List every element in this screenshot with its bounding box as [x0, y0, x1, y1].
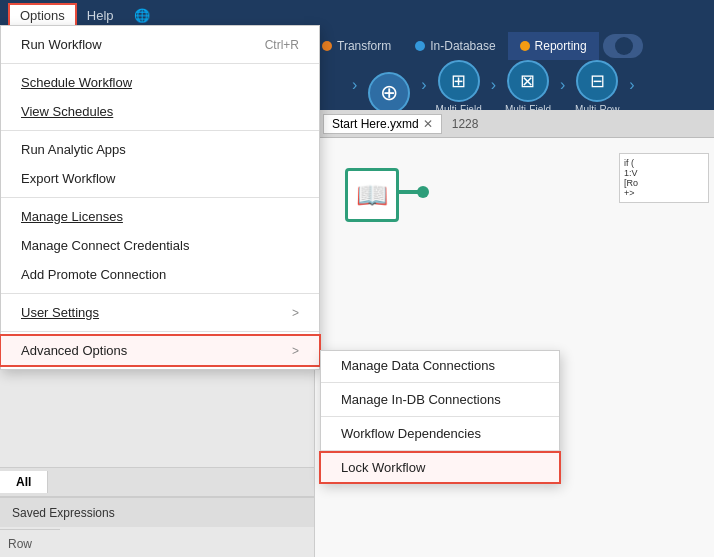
advanced-options-submenu: Manage Data Connections Manage In-DB Con…: [320, 350, 560, 483]
tab-reporting[interactable]: Reporting: [508, 32, 599, 60]
arrow-connector-4: ›: [560, 76, 565, 94]
if-then-line2: 1:V: [624, 168, 704, 178]
canvas-tab-close[interactable]: ✕: [423, 117, 433, 131]
toggle-knob: [615, 37, 633, 55]
tab-transform-label: Transform: [337, 39, 391, 53]
canvas-area: Start Here.yxmd ✕ 1228 📖 if ( 1:V [Ro +>: [315, 110, 714, 557]
canvas-tab-bar: Start Here.yxmd ✕ 1228: [315, 110, 714, 138]
if-then-line4: +>: [624, 188, 704, 198]
menu-item-user-settings[interactable]: User Settings >: [1, 298, 319, 327]
menu-item-add-promote-connection[interactable]: Add Promote Connection: [1, 260, 319, 289]
submenu-item-workflow-dependencies[interactable]: Workflow Dependencies: [321, 419, 559, 448]
add-promote-connection-label: Add Promote Connection: [21, 267, 166, 282]
if-then-line3: [Ro: [624, 178, 704, 188]
advanced-options-label: Advanced Options: [21, 343, 127, 358]
manage-connect-credentials-label: Manage Connect Credentials: [21, 238, 189, 253]
reporting-dot: [520, 41, 530, 51]
user-settings-label: User Settings: [21, 305, 99, 320]
advanced-options-arrow: >: [292, 344, 299, 358]
if-then-box: if ( 1:V [Ro +>: [619, 153, 709, 203]
menu-item-manage-licenses[interactable]: Manage Licenses: [1, 202, 319, 231]
imputation-icon: ⊕: [368, 72, 410, 114]
row-text: Row: [8, 537, 32, 551]
tab-in-database-label: In-Database: [430, 39, 495, 53]
workflow-dependencies-label: Workflow Dependencies: [341, 426, 481, 441]
canvas-content: 📖 if ( 1:V [Ro +>: [315, 138, 714, 557]
saved-expressions-bar[interactable]: Saved Expressions: [0, 497, 314, 527]
arrow-connector-3: ›: [491, 76, 496, 94]
node-connector-dot: [417, 186, 429, 198]
menu-item-export-workflow[interactable]: Export Workflow: [1, 164, 319, 193]
view-schedules-label: View Schedules: [21, 104, 113, 119]
canvas-tab-number: 1228: [446, 117, 485, 131]
tab-reporting-label: Reporting: [535, 39, 587, 53]
manage-indb-connections-label: Manage In-DB Connections: [341, 392, 501, 407]
user-settings-arrow: >: [292, 306, 299, 320]
options-menu-item[interactable]: Options: [8, 3, 77, 28]
export-workflow-label: Export Workflow: [21, 171, 115, 186]
toggle-switch[interactable]: [603, 34, 643, 58]
if-then-line1: if (: [624, 158, 704, 168]
menu-section-3: Run Analytic Apps Export Workflow: [1, 131, 319, 198]
in-database-dot: [415, 41, 425, 51]
menu-section-2: Schedule Workflow View Schedules: [1, 64, 319, 131]
manage-licenses-label: Manage Licenses: [21, 209, 123, 224]
help-menu-item[interactable]: Help: [77, 4, 124, 27]
arrow-connector-5: ›: [629, 76, 634, 94]
run-workflow-label: Run Workflow: [21, 37, 102, 52]
menu-section-4: Manage Licenses Manage Connect Credentia…: [1, 198, 319, 294]
menu-section-6: Advanced Options >: [1, 332, 319, 369]
schedule-workflow-label: Schedule Workflow: [21, 75, 132, 90]
globe-menu-item[interactable]: 🌐: [124, 4, 160, 27]
multi-field-binning-icon: ⊞: [438, 60, 480, 102]
submenu-item-manage-data-connections[interactable]: Manage Data Connections: [321, 351, 559, 380]
options-dropdown: Run Workflow Ctrl+R Schedule Workflow Vi…: [0, 25, 320, 370]
all-tab[interactable]: All: [0, 471, 48, 493]
canvas-tab[interactable]: Start Here.yxmd ✕: [323, 114, 442, 134]
menu-item-run-analytic-apps[interactable]: Run Analytic Apps: [1, 135, 319, 164]
all-tab-bar: All: [0, 467, 314, 497]
multi-field-formula-icon: ⊠: [507, 60, 549, 102]
arrow-connector-2: ›: [421, 76, 426, 94]
tab-in-database[interactable]: In-Database: [403, 32, 507, 60]
arrow-connector-1: ›: [352, 76, 357, 94]
submenu-divider-2: [321, 416, 559, 417]
menu-item-schedule-workflow[interactable]: Schedule Workflow: [1, 68, 319, 97]
menu-item-view-schedules[interactable]: View Schedules: [1, 97, 319, 126]
submenu-item-lock-workflow[interactable]: Lock Workflow: [321, 453, 559, 482]
menu-section-1: Run Workflow Ctrl+R: [1, 26, 319, 64]
tab-transform[interactable]: Transform: [310, 32, 403, 60]
menu-item-advanced-options[interactable]: Advanced Options >: [1, 336, 319, 365]
canvas-node[interactable]: 📖: [345, 168, 399, 222]
manage-data-connections-label: Manage Data Connections: [341, 358, 495, 373]
multi-row-formula-icon: ⊟: [576, 60, 618, 102]
menu-item-run-workflow[interactable]: Run Workflow Ctrl+R: [1, 30, 319, 59]
run-workflow-shortcut: Ctrl+R: [265, 38, 299, 52]
menu-item-manage-connect-credentials[interactable]: Manage Connect Credentials: [1, 231, 319, 260]
canvas-node-container: 📖: [345, 168, 399, 222]
lock-workflow-label: Lock Workflow: [341, 460, 425, 475]
submenu-divider-1: [321, 382, 559, 383]
canvas-tab-label: Start Here.yxmd: [332, 117, 419, 131]
submenu-divider-3: [321, 450, 559, 451]
run-analytic-apps-label: Run Analytic Apps: [21, 142, 126, 157]
menu-section-5: User Settings >: [1, 294, 319, 332]
row-label: Row: [0, 529, 60, 557]
submenu-item-manage-indb-connections[interactable]: Manage In-DB Connections: [321, 385, 559, 414]
saved-expressions-label: Saved Expressions: [12, 506, 115, 520]
transform-dot: [322, 41, 332, 51]
